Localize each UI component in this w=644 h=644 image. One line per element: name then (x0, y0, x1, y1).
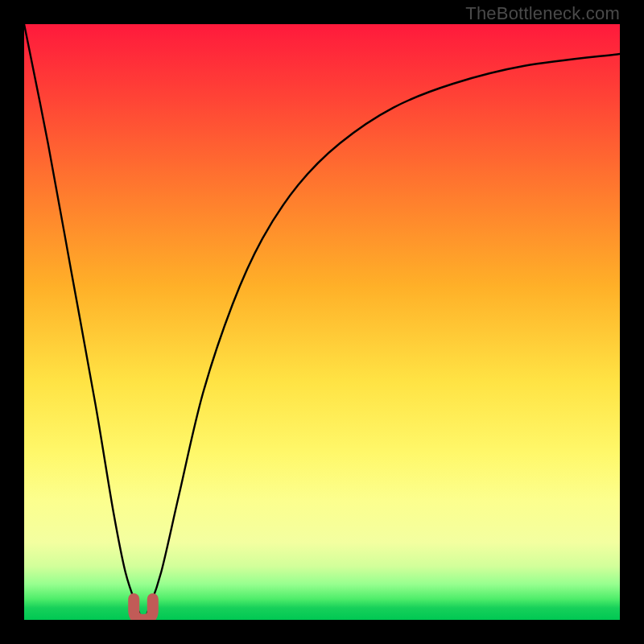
curve-layer (24, 24, 620, 620)
watermark-text: TheBottleneck.com (465, 3, 620, 24)
plot-area (24, 24, 620, 620)
bottleneck-curve (24, 24, 620, 620)
chart-frame: TheBottleneck.com (0, 0, 644, 644)
notch-marker (134, 599, 153, 620)
